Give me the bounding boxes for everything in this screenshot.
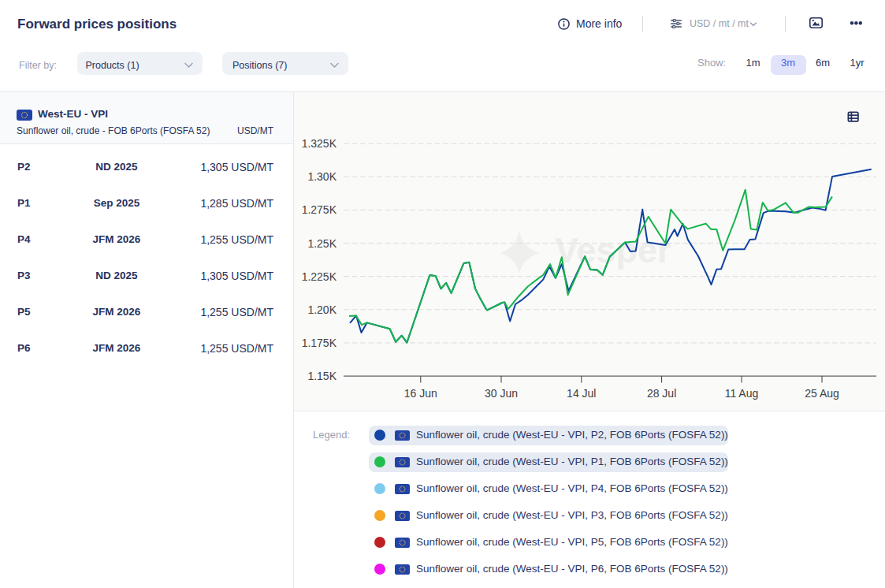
svg-text:1.275K: 1.275K [302, 203, 337, 216]
svg-text:11 Aug: 11 Aug [725, 387, 759, 400]
svg-text:30 Jun: 30 Jun [485, 387, 518, 400]
svg-text:1.175K: 1.175K [302, 337, 337, 349]
svg-text:1.325K: 1.325K [302, 137, 337, 150]
svg-text:16 Jun: 16 Jun [404, 387, 437, 400]
svg-text:1.225K: 1.225K [302, 270, 337, 283]
svg-text:1.15K: 1.15K [307, 370, 337, 382]
svg-text:14 Jul: 14 Jul [567, 387, 596, 400]
svg-text:1.30K: 1.30K [307, 170, 337, 183]
svg-text:1.25K: 1.25K [307, 237, 337, 250]
svg-text:28 Jul: 28 Jul [647, 387, 676, 400]
svg-text:1.20K: 1.20K [307, 303, 337, 316]
svg-text:Vesper: Vesper [555, 230, 671, 270]
svg-text:25 Aug: 25 Aug [805, 387, 839, 400]
